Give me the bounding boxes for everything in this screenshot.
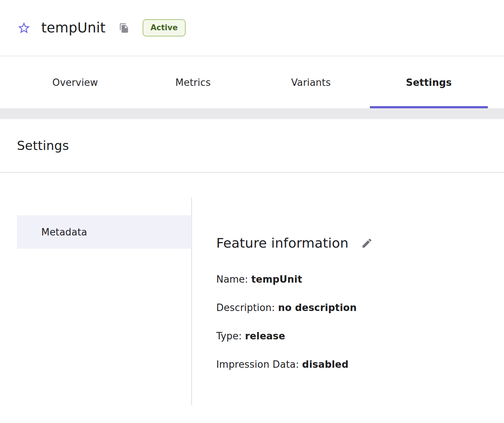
field-description-label: Description: [216, 302, 275, 313]
feature-header: tempUnit Active [0, 0, 504, 56]
field-description: Description: no description [216, 302, 489, 314]
copy-name-button[interactable] [119, 23, 129, 33]
field-type-label: Type: [216, 331, 242, 342]
file-copy-icon [119, 23, 129, 33]
vertical-divider [191, 197, 192, 405]
field-impression-data-value: disabled [302, 359, 349, 370]
status-badge: Active [143, 19, 186, 36]
favorite-button[interactable] [17, 21, 31, 35]
feature-title: tempUnit [41, 20, 106, 36]
field-name-label: Name: [216, 274, 248, 285]
page-title: Settings [17, 138, 69, 153]
page-heading-section: Settings [0, 119, 504, 173]
feature-tabs: Overview Metrics Variants Settings [16, 56, 488, 108]
active-tab-indicator [370, 106, 488, 108]
field-impression-data-label: Impression Data: [216, 359, 299, 370]
tab-settings-label: Settings [406, 77, 452, 88]
star-outline-icon [17, 21, 31, 35]
field-description-value: no description [278, 302, 357, 313]
field-type-value: release [245, 331, 285, 342]
field-name: Name: tempUnit [216, 273, 489, 285]
field-type: Type: release [216, 330, 489, 342]
settings-side-nav: Metadata [0, 173, 191, 249]
sidebar-item-metadata[interactable]: Metadata [17, 215, 191, 249]
feature-fields: Name: tempUnit Description: no descripti… [216, 273, 489, 370]
edit-feature-button[interactable] [361, 237, 373, 249]
metadata-panel: Feature information Name: tempUnit Descr… [216, 173, 489, 387]
field-impression-data: Impression Data: disabled [216, 359, 489, 370]
settings-content: Metadata Feature information Name: tempU… [0, 173, 504, 423]
tab-settings[interactable]: Settings [370, 56, 488, 108]
tab-metrics[interactable]: Metrics [134, 56, 252, 108]
field-name-value: tempUnit [251, 274, 302, 285]
section-separator-strip [0, 108, 504, 119]
tab-variants[interactable]: Variants [252, 56, 370, 108]
sidebar-item-label: Metadata [41, 227, 87, 238]
section-heading-row: Feature information [216, 235, 489, 251]
section-title: Feature information [216, 235, 349, 251]
tab-overview[interactable]: Overview [16, 56, 134, 108]
pencil-icon [361, 237, 373, 249]
